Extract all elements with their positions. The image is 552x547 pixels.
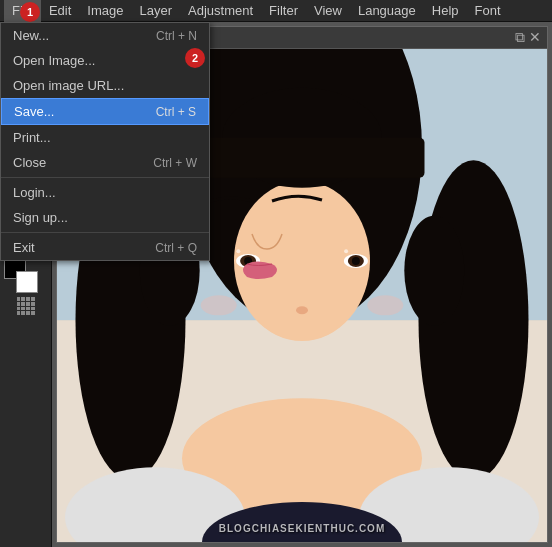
menu-filter[interactable]: Filter [261,0,306,22]
grid-cell [21,302,25,306]
menu-item-exit-label: Exit [13,240,35,255]
grid-cell [26,307,30,311]
svg-point-21 [352,257,360,265]
menu-font[interactable]: Font [467,0,509,22]
grid-cell [21,297,25,301]
svg-point-14 [404,216,464,326]
svg-rect-12 [180,138,425,178]
menu-item-open-image[interactable]: Open Image... [1,48,209,73]
menubar: File Edit Image Layer Adjustment Filter … [0,0,552,22]
menu-item-open-image-label: Open Image... [13,53,95,68]
document-controls: ⧉ ✕ [515,29,541,46]
menu-adjustment[interactable]: Adjustment [180,0,261,22]
grid-cell [21,311,25,315]
doc-close-button[interactable]: ✕ [529,29,541,46]
svg-point-18 [236,249,240,253]
menu-separator-2 [1,232,209,233]
menu-image[interactable]: Image [79,0,131,22]
file-dropdown-menu: New... Ctrl + N Open Image... Open image… [0,22,210,261]
menu-layer[interactable]: Layer [132,0,181,22]
menu-item-close-label: Close [13,155,46,170]
step-badge-2: 2 [185,48,205,68]
watermark-text: BLOGCHIASEKIENTHUC.COM [219,523,385,534]
menu-help[interactable]: Help [424,0,467,22]
svg-point-25 [367,295,403,315]
menu-item-new-shortcut: Ctrl + N [156,29,197,43]
grid-cell [21,307,25,311]
svg-point-23 [296,306,308,314]
grid-cell [31,307,35,311]
menu-item-exit-shortcut: Ctrl + Q [155,241,197,255]
grid-picker[interactable] [15,295,37,317]
menu-item-login-label: Login... [13,185,56,200]
menu-item-signup-label: Sign up... [13,210,68,225]
background-color[interactable] [16,271,38,293]
svg-point-24 [201,295,237,315]
menu-edit[interactable]: Edit [41,0,79,22]
menu-item-exit[interactable]: Exit Ctrl + Q [1,235,209,260]
menu-item-save-shortcut: Ctrl + S [156,105,196,119]
menu-item-close[interactable]: Close Ctrl + W [1,150,209,175]
step-badge-1: 1 [20,2,40,22]
grid-cell [17,311,21,315]
menu-item-open-url-label: Open image URL... [13,78,124,93]
menu-item-save-label: Save... [14,104,54,119]
menu-view[interactable]: View [306,0,350,22]
grid-cell [31,302,35,306]
menu-item-save[interactable]: Save... Ctrl + S [1,98,209,125]
menu-language[interactable]: Language [350,0,424,22]
menu-item-new-label: New... [13,28,49,43]
grid-cell [26,311,30,315]
grid-cell [26,297,30,301]
menu-item-login[interactable]: Login... [1,180,209,205]
menu-item-signup[interactable]: Sign up... [1,205,209,230]
menu-item-close-shortcut: Ctrl + W [153,156,197,170]
grid-cell [31,311,35,315]
grid-cell [17,297,21,301]
grid-cell [31,297,35,301]
doc-maximize-button[interactable]: ⧉ [515,29,525,46]
grid-cell [26,302,30,306]
menu-item-print[interactable]: Print... [1,125,209,150]
menu-separator [1,177,209,178]
menu-item-open-url[interactable]: Open image URL... [1,73,209,98]
menu-item-print-label: Print... [13,130,51,145]
grid-cell [17,302,21,306]
menu-item-new[interactable]: New... Ctrl + N [1,23,209,48]
grid-cell [17,307,21,311]
svg-point-22 [344,249,348,253]
